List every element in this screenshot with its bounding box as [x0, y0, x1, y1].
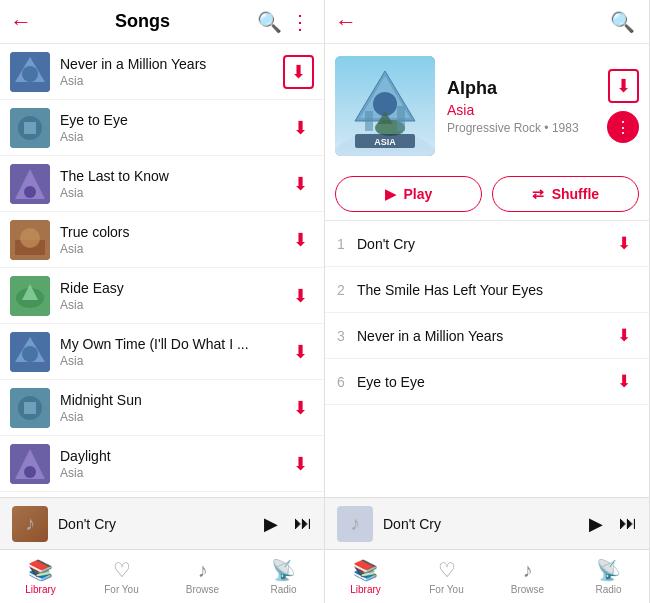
now-playing-thumbnail: ♪: [12, 506, 48, 542]
song-title: True colors: [60, 224, 287, 240]
nav-radio-right[interactable]: 📡 Radio: [568, 550, 649, 603]
song-title: Never in a Million Years: [60, 56, 283, 72]
nav-for-you-right[interactable]: ♡ For You: [406, 550, 487, 603]
album-meta: Alpha Asia Progressive Rock • 1983: [447, 78, 595, 135]
right-skip-forward-button[interactable]: ⏭: [619, 513, 637, 534]
svg-text:ASIA: ASIA: [374, 137, 396, 147]
for-you-icon: ♡: [113, 558, 131, 582]
song-title: Eye to Eye: [60, 112, 287, 128]
left-search-button[interactable]: 🔍: [253, 6, 286, 38]
track-item[interactable]: 1 Don't Cry ⬇: [325, 221, 649, 267]
song-info: Ride Easy Asia: [60, 280, 287, 312]
list-item[interactable]: Eye to Eye Asia ⬇: [0, 100, 324, 156]
track-item[interactable]: 6 Eye to Eye ⬇: [325, 359, 649, 405]
bottom-nav-left: 📚 Library ♡ For You ♪ Browse 📡 Radio: [0, 549, 324, 603]
song-title: My Own Time (I'll Do What I ...: [60, 336, 287, 352]
song-artist: Asia: [60, 410, 287, 424]
play-pause-button[interactable]: ▶: [264, 513, 278, 535]
left-more-button[interactable]: ⋮: [286, 6, 314, 38]
library-icon: 📚: [353, 558, 378, 582]
right-now-playing-bar: ♪ Don't Cry ▶ ⏭: [325, 497, 649, 549]
track-item[interactable]: 3 Never in a Million Years ⬇: [325, 313, 649, 359]
library-icon: 📚: [28, 558, 53, 582]
left-panel: ← Songs 🔍 ⋮ Never in a Million Years Asi…: [0, 0, 325, 603]
left-back-button[interactable]: ←: [10, 9, 32, 35]
nav-for-you[interactable]: ♡ For You: [81, 550, 162, 603]
skip-forward-button[interactable]: ⏭: [294, 513, 312, 534]
album-header: ASIA Alpha Asia Progressive Rock • 1983 …: [325, 44, 649, 168]
list-item[interactable]: The Last to Know Asia ⬇: [0, 156, 324, 212]
now-playing-controls: ▶ ⏭: [264, 513, 312, 535]
list-item[interactable]: Ride Easy Asia ⬇: [0, 268, 324, 324]
list-item[interactable]: True colors Asia ⬇: [0, 212, 324, 268]
song-artist: Asia: [60, 298, 287, 312]
list-item[interactable]: My Own Time (I'll Do What I ... Asia ⬇: [0, 324, 324, 380]
download-button[interactable]: ⬇: [287, 225, 314, 255]
svg-rect-34: [397, 106, 405, 131]
download-button[interactable]: ⬇: [287, 169, 314, 199]
album-download-button[interactable]: ⬇: [608, 69, 639, 103]
song-title: The Last to Know: [60, 168, 287, 184]
download-button[interactable]: ⬇: [287, 393, 314, 423]
browse-icon: ♪: [198, 559, 208, 582]
song-artist: Asia: [60, 186, 287, 200]
song-thumbnail: [10, 388, 50, 428]
album-actions: ⬇ ⋮: [607, 69, 639, 143]
track-download-button[interactable]: ⬇: [611, 369, 637, 394]
track-download-button[interactable]: ⬇: [611, 231, 637, 256]
left-panel-title: Songs: [32, 11, 253, 32]
right-back-button[interactable]: ←: [335, 9, 357, 35]
song-title: Midnight Sun: [60, 392, 287, 408]
music-note-icon: ♪: [25, 512, 35, 535]
download-button[interactable]: ⬇: [287, 449, 314, 479]
song-thumbnail: [10, 276, 50, 316]
track-item[interactable]: 2 The Smile Has Left Your Eyes: [325, 267, 649, 313]
track-number: 3: [337, 328, 357, 344]
album-genre-year: Progressive Rock • 1983: [447, 121, 595, 135]
song-artist: Asia: [60, 74, 283, 88]
download-button[interactable]: ⬇: [287, 337, 314, 367]
nav-library[interactable]: 📚 Library: [0, 550, 81, 603]
song-artist: Asia: [60, 354, 287, 368]
download-button[interactable]: ⬇: [287, 113, 314, 143]
song-info: My Own Time (I'll Do What I ... Asia: [60, 336, 287, 368]
for-you-icon: ♡: [438, 558, 456, 582]
right-search-button[interactable]: 🔍: [606, 6, 639, 38]
track-download-button[interactable]: ⬇: [611, 323, 637, 348]
radio-icon: 📡: [271, 558, 296, 582]
radio-label: Radio: [270, 584, 296, 595]
play-button[interactable]: ▶ Play: [335, 176, 482, 212]
track-number: 1: [337, 236, 357, 252]
song-thumbnail: [10, 52, 50, 92]
list-item[interactable]: Midnight Sun Asia ⬇: [0, 380, 324, 436]
download-button[interactable]: ⬇: [287, 281, 314, 311]
album-art: ASIA: [335, 56, 435, 156]
left-header: ← Songs 🔍 ⋮: [0, 0, 324, 44]
svg-point-11: [20, 228, 40, 248]
song-info: Eye to Eye Asia: [60, 112, 287, 144]
nav-radio[interactable]: 📡 Radio: [243, 550, 324, 603]
album-artist: Asia: [447, 102, 595, 118]
track-title: Don't Cry: [357, 236, 611, 252]
song-thumbnail: [10, 164, 50, 204]
song-title: Ride Easy: [60, 280, 287, 296]
for-you-label: For You: [429, 584, 463, 595]
album-more-button[interactable]: ⋮: [607, 111, 639, 143]
right-play-pause-button[interactable]: ▶: [589, 513, 603, 535]
nav-browse-right[interactable]: ♪ Browse: [487, 550, 568, 603]
nav-browse[interactable]: ♪ Browse: [162, 550, 243, 603]
song-thumbnail: [10, 444, 50, 484]
shuffle-button[interactable]: ⇄ Shuffle: [492, 176, 639, 212]
list-item[interactable]: Never in a Million Years Asia ⬇: [0, 44, 324, 100]
svg-rect-20: [24, 402, 36, 414]
nav-library-right[interactable]: 📚 Library: [325, 550, 406, 603]
library-label: Library: [25, 584, 56, 595]
list-item[interactable]: Daylight Asia ⬇: [0, 436, 324, 492]
browse-label: Browse: [186, 584, 219, 595]
song-artist: Asia: [60, 130, 287, 144]
song-info: Midnight Sun Asia: [60, 392, 287, 424]
track-title: The Smile Has Left Your Eyes: [357, 282, 637, 298]
album-title: Alpha: [447, 78, 595, 99]
download-button[interactable]: ⬇: [283, 55, 314, 89]
song-title: Daylight: [60, 448, 287, 464]
